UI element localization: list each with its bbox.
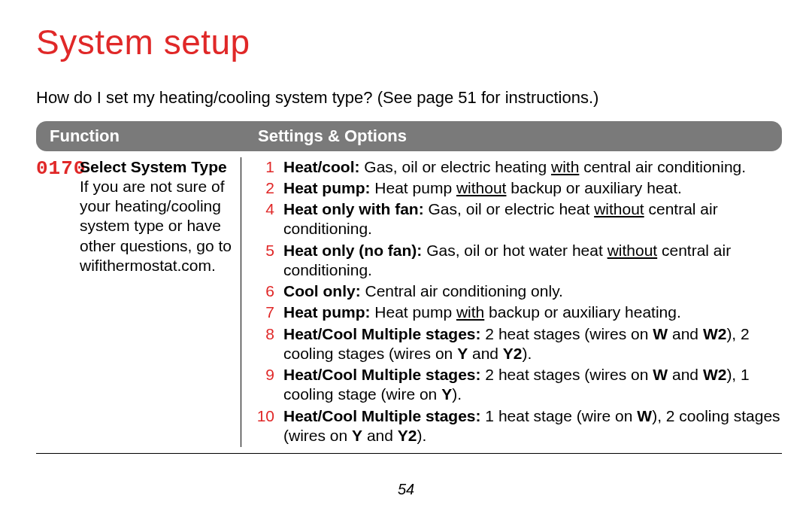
option-text: Heat/Cool Multiple stages: 2 heat stages…	[283, 365, 782, 405]
option-row: 8Heat/Cool Multiple stages: 2 heat stage…	[250, 324, 782, 364]
option-row: 9Heat/Cool Multiple stages: 2 heat stage…	[250, 365, 782, 405]
options-cell: 1Heat/cool: Gas, oil or electric heating…	[241, 157, 782, 448]
option-number: 5	[250, 241, 283, 281]
option-row: 10Heat/Cool Multiple stages: 1 heat stag…	[250, 406, 782, 446]
option-underline: without	[607, 242, 658, 259]
page-title: System setup	[36, 21, 782, 65]
header-settings: Settings & Options	[241, 126, 407, 147]
table-header: Function Settings & Options	[36, 121, 782, 151]
option-number: 6	[250, 281, 283, 301]
option-text: Heat pump: Heat pump without backup or a…	[283, 178, 782, 198]
option-lead: Heat/Cool Multiple stages:	[283, 325, 481, 342]
option-pre: Central air conditioning only.	[361, 282, 563, 300]
option-number: 4	[250, 199, 283, 239]
option-number: 8	[250, 324, 283, 364]
option-underline: with	[551, 158, 579, 175]
option-row: 5Heat only (no fan): Gas, oil or hot wat…	[250, 241, 782, 281]
option-row: 1Heat/cool: Gas, oil or electric heating…	[250, 157, 782, 177]
option-underline: without	[594, 200, 644, 217]
function-note: If you are not sure of your heating/cool…	[80, 178, 232, 274]
option-lead: Heat/Cool Multiple stages:	[283, 407, 481, 424]
option-pre: Heat pump	[371, 303, 456, 321]
page-number: 54	[0, 480, 812, 499]
option-lead: Heat pump:	[283, 303, 371, 321]
option-underline: with	[456, 303, 484, 321]
option-lead: Heat only with fan:	[283, 200, 424, 217]
option-row: 4Heat only with fan: Gas, oil or electri…	[250, 199, 782, 239]
option-number: 7	[250, 303, 283, 322]
option-lead: Heat only (no fan):	[283, 242, 422, 259]
option-post: backup or auxiliary heat.	[506, 179, 681, 196]
option-text: Heat only with fan: Gas, oil or electric…	[283, 199, 782, 239]
option-pre: Gas, oil or electric heat	[424, 200, 594, 217]
option-row: 2Heat pump: Heat pump without backup or …	[250, 178, 782, 198]
option-lead: Heat/cool:	[283, 158, 360, 175]
option-row: 6Cool only: Central air conditioning onl…	[250, 281, 782, 301]
option-row: 7Heat pump: Heat pump with backup or aux…	[250, 303, 782, 322]
option-pre: Gas, oil or electric heating	[360, 158, 551, 175]
function-name: Select System Type	[80, 158, 227, 175]
option-text: Heat/Cool Multiple stages: 2 heat stages…	[283, 324, 782, 364]
option-text: Heat/cool: Gas, oil or electric heating …	[283, 157, 782, 177]
option-post: backup or auxiliary heating.	[484, 303, 681, 321]
header-function: Function	[36, 126, 241, 147]
option-text: Heat/Cool Multiple stages: 1 heat stage …	[283, 406, 782, 446]
option-lead: Cool only:	[283, 282, 361, 300]
intro-text: How do I set my heating/cooling system t…	[36, 87, 782, 108]
option-text: Cool only: Central air conditioning only…	[283, 281, 782, 301]
option-pre: Heat pump	[371, 179, 456, 196]
table-row: 0170 Select System Type If you are not s…	[36, 151, 782, 455]
option-number: 2	[250, 178, 283, 198]
option-text: Heat only (no fan): Gas, oil or hot wate…	[283, 241, 782, 281]
option-pre: Gas, oil or hot water heat	[422, 242, 607, 259]
option-number: 9	[250, 365, 283, 405]
option-number: 10	[250, 406, 283, 446]
option-post: central air conditioning.	[579, 158, 746, 175]
option-underline: without	[456, 179, 507, 196]
function-body: Select System Type If you are not sure o…	[80, 157, 236, 448]
option-number: 1	[250, 157, 283, 177]
option-lead: Heat/Cool Multiple stages:	[283, 366, 481, 383]
option-lead: Heat pump:	[283, 179, 371, 196]
option-text: Heat pump: Heat pump with backup or auxi…	[283, 303, 782, 322]
function-cell: 0170 Select System Type If you are not s…	[36, 157, 241, 448]
function-code: 0170	[36, 157, 80, 448]
